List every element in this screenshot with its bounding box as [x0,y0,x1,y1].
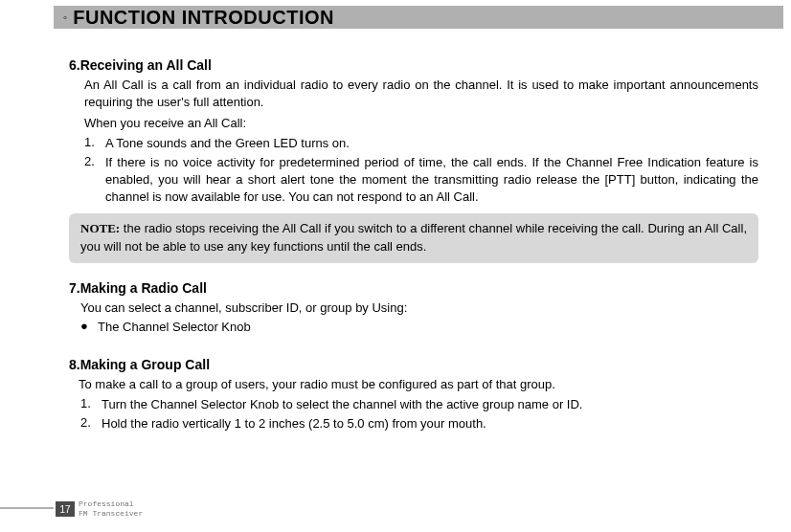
footer-line-1: Professional [79,499,134,508]
section-6-when: When you receive an All Call: [84,115,758,132]
section-7-intro: You can select a channel, subscriber ID,… [80,299,758,317]
section-7-list: ● The Channel Selector Knob [80,319,758,336]
section-7: 7.Making a Radio Call You can select a c… [69,280,758,336]
list-text: The Channel Selector Knob [98,319,758,336]
list-number: 2. [84,154,105,168]
note-label: NOTE: [80,221,120,235]
list-text: If there is no voice activity for predet… [105,154,758,207]
list-number: 1. [80,396,102,410]
page-number: 17 [56,501,75,517]
list-item: 1. A Tone sounds and the Green LED turns… [84,135,758,152]
list-item: ● The Channel Selector Knob [80,319,758,336]
list-number: 2. [80,415,102,430]
content-area: 6.Receiving an All Call An All Call is a… [69,48,758,432]
bullet-icon: ● [80,319,98,333]
list-text: A Tone sounds and the Green LED turns on… [105,135,758,152]
section-8: 8.Making a Group Call To make a call to … [69,357,758,432]
header-bullet-icon: ◦ [63,11,67,24]
footer-line-2: FM Transceiver [79,509,143,518]
footer-text: Professional FM Transceiver [79,499,143,518]
section-8-intro: To make a call to a group of users, your… [79,376,758,393]
list-text: Turn the Channel Selector Knob to select… [102,396,758,413]
list-text: Hold the radio vertically 1 to 2 inches … [102,415,758,432]
list-item: 2. If there is no voice activity for pre… [84,154,758,207]
list-item: 1. Turn the Channel Selector Knob to sel… [80,396,758,413]
section-6-heading: 6.Receiving an All Call [69,57,758,73]
section-header-title: FUNCTION INTRODUCTION [73,7,334,29]
list-item: 2. Hold the radio vertically 1 to 2 inch… [80,415,758,432]
section-6-list: 1. A Tone sounds and the Green LED turns… [84,135,758,207]
section-8-list: 1. Turn the Channel Selector Knob to sel… [80,396,758,432]
page: ◦ FUNCTION INTRODUCTION 6.Receiving an A… [0,0,791,532]
section-header-bar: ◦ FUNCTION INTRODUCTION [54,6,783,29]
section-6-intro: An All Call is a call from an individual… [84,77,758,111]
footer-rule [0,507,54,509]
note-text: the radio stops receiving the All Call i… [80,221,747,254]
note-box: NOTE: the radio stops receiving the All … [69,213,758,263]
section-8-heading: 8.Making a Group Call [69,357,758,372]
section-7-heading: 7.Making a Radio Call [69,280,758,296]
section-6: 6.Receiving an All Call An All Call is a… [69,57,758,263]
list-number: 1. [84,135,105,149]
